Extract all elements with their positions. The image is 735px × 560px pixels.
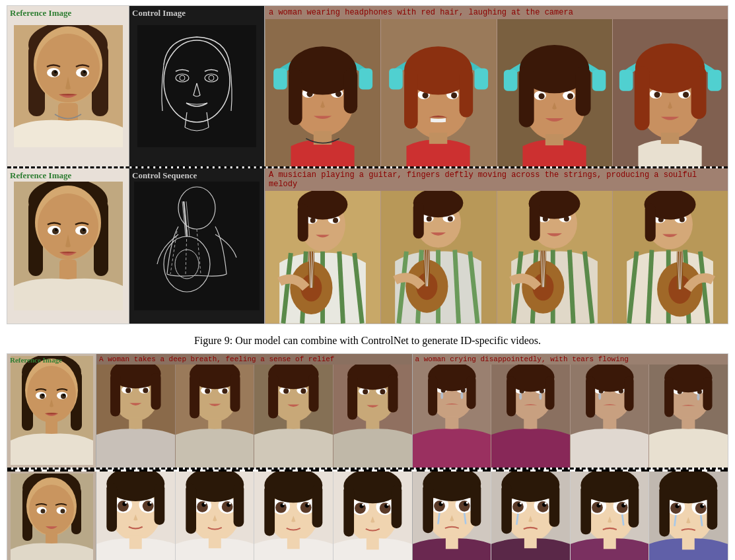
svg-rect-263 — [703, 377, 713, 410]
svg-rect-97 — [298, 204, 308, 242]
svg-rect-251 — [586, 376, 595, 417]
fig10-portrait-r1 — [413, 365, 491, 468]
svg-rect-385 — [660, 485, 670, 537]
ctrl-label-1: Control Image — [132, 8, 186, 18]
svg-point-350 — [512, 501, 524, 512]
svg-rect-44 — [503, 70, 517, 91]
svg-point-368 — [599, 503, 601, 505]
svg-rect-28 — [289, 68, 302, 125]
svg-point-183 — [125, 388, 131, 393]
fig10-row2 — [7, 472, 728, 560]
gen-portrait-1-1 — [265, 19, 380, 166]
fig10-portrait-l2 — [175, 365, 254, 468]
svg-point-5 — [36, 34, 100, 102]
svg-point-237 — [519, 393, 522, 400]
svg-point-62 — [683, 92, 689, 98]
fig9-prompt-2: A musician playing a guitar, fingers def… — [265, 168, 728, 191]
svg-rect-359 — [524, 536, 537, 548]
svg-point-194 — [222, 388, 227, 394]
svg-point-238 — [540, 393, 542, 400]
ref-portrait-1 — [14, 25, 123, 147]
main-container: Reference Image — [0, 0, 735, 560]
fig10-anime-r1 — [413, 472, 491, 560]
svg-rect-66 — [661, 133, 679, 144]
svg-point-383 — [703, 504, 705, 506]
gen-portrait-1-4 — [612, 19, 728, 166]
svg-point-177 — [63, 394, 65, 397]
svg-point-49 — [538, 93, 544, 99]
fig10-anime-l1 — [96, 472, 175, 560]
fig9-row1: Reference Image — [7, 6, 728, 168]
fig10-results-right-1: a woman crying disappointedly, with tear… — [413, 354, 728, 468]
svg-point-213 — [363, 389, 368, 394]
svg-point-327 — [387, 504, 389, 506]
fig10-portrait-l3 — [254, 365, 333, 468]
svg-rect-216 — [347, 374, 357, 419]
fig10-portrait-r2 — [491, 365, 570, 468]
svg-rect-57 — [708, 70, 722, 91]
svg-point-72 — [38, 193, 98, 260]
gen-portrait-1-2 — [380, 19, 496, 166]
fig10-prompt-left: A woman takes a deep breath, feeling a s… — [96, 354, 412, 365]
svg-rect-65 — [691, 66, 706, 119]
svg-rect-317 — [287, 536, 300, 549]
fig10-row2-results-left — [96, 472, 413, 560]
svg-rect-135 — [529, 203, 540, 241]
fig9-prompt-1: a woman wearing headphones with red hair… — [265, 6, 728, 19]
svg-point-294 — [197, 501, 208, 512]
svg-rect-207 — [309, 374, 319, 411]
svg-rect-64 — [635, 66, 650, 130]
gen-portrait-2-1 — [265, 191, 380, 324]
fig10-anime-l2 — [175, 472, 254, 560]
fig9-results-cell-2: A musician playing a guitar, fingers def… — [265, 168, 728, 324]
svg-point-193 — [205, 388, 210, 394]
fig10-section: Reference Image — [7, 353, 728, 560]
gen-portrait-2-3 — [497, 191, 612, 324]
svg-rect-54 — [545, 134, 563, 145]
svg-point-176 — [42, 394, 44, 397]
svg-point-295 — [221, 501, 232, 512]
svg-point-281 — [143, 501, 154, 512]
fig9-portrait-grid-1 — [265, 19, 728, 166]
svg-rect-345 — [445, 535, 458, 549]
svg-rect-196 — [190, 374, 199, 418]
svg-rect-197 — [230, 374, 240, 411]
svg-point-274 — [60, 509, 65, 514]
ctrl-sketch-1 — [137, 25, 256, 147]
svg-point-369 — [624, 503, 626, 505]
svg-point-38 — [451, 92, 457, 98]
svg-point-322 — [355, 503, 366, 514]
fig9-section: Reference Image — [7, 5, 728, 324]
svg-rect-288 — [155, 483, 165, 525]
fig10-anime-r4 — [648, 472, 728, 560]
svg-point-203 — [283, 388, 289, 394]
svg-point-10 — [54, 71, 57, 73]
fig9-ctrl-cell-1: Control Image — [129, 6, 265, 166]
svg-rect-32 — [389, 68, 403, 89]
svg-point-285 — [150, 501, 152, 503]
svg-point-184 — [143, 388, 148, 393]
svg-rect-56 — [619, 70, 633, 91]
fig10-ref-cell-1: Reference Image — [7, 354, 96, 468]
svg-rect-13 — [137, 25, 256, 147]
svg-rect-154 — [645, 204, 655, 242]
fig10-anime-l3 — [254, 472, 333, 560]
svg-rect-53 — [575, 67, 590, 116]
svg-rect-206 — [268, 374, 278, 418]
svg-rect-116 — [413, 202, 424, 238]
fig9-row2: Reference Image — [7, 168, 728, 324]
svg-rect-52 — [518, 67, 534, 127]
ref-label-1: Reference Image — [10, 8, 71, 18]
fig10-anime-r2 — [491, 472, 570, 560]
svg-rect-357 — [501, 484, 512, 534]
svg-point-77 — [55, 228, 57, 231]
svg-rect-303 — [209, 536, 221, 548]
svg-point-299 — [228, 503, 230, 505]
svg-point-351 — [538, 501, 549, 512]
fig10-portraits-left-1 — [96, 365, 412, 468]
svg-point-284 — [125, 501, 127, 503]
svg-rect-262 — [664, 377, 674, 417]
fig10-row1: Reference Image — [7, 354, 728, 470]
svg-rect-331 — [367, 537, 379, 549]
svg-rect-387 — [682, 537, 695, 549]
